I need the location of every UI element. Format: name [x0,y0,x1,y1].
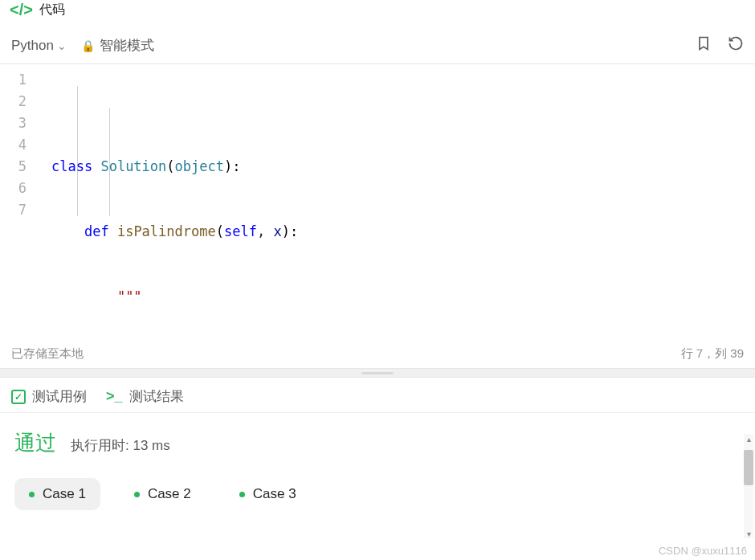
code-line[interactable]: """ [51,286,755,308]
case-tab-1[interactable]: Case 1 [14,478,100,510]
result-status: 通过 [14,429,56,457]
line-number: 7 [0,199,27,221]
reset-icon[interactable] [728,35,744,55]
indent-guide [77,86,78,216]
code-editor[interactable]: 1 2 3 4 5 6 7 class Solution(object): de… [0,64,755,339]
code-area[interactable]: class Solution(object): def isPalindrome… [42,64,755,339]
scroll-down-icon[interactable]: ▾ [744,529,753,538]
result-tabs: ✓ 测试用例 >_ 测试结果 [0,378,755,413]
case-label: Case 3 [253,486,296,502]
case-tab-3[interactable]: Case 3 [225,478,311,510]
tab-test-cases[interactable]: ✓ 测试用例 [11,387,87,406]
panel-title: 代码 [39,2,65,18]
terminal-icon: >_ [106,388,123,405]
line-gutter: 1 2 3 4 5 6 7 [0,64,42,339]
status-bar: 已存储至本地 行 7，列 39 [0,339,755,368]
case-label: Case 2 [148,486,191,502]
line-number: 5 [0,156,27,178]
mode-label: 智能模式 [100,36,154,55]
scroll-up-icon[interactable]: ▴ [744,434,753,444]
mode-indicator[interactable]: 🔒 智能模式 [81,36,154,55]
scrollbar-thumb[interactable] [744,450,753,485]
code-line[interactable]: def isPalindrome(self, x): [51,221,755,243]
cursor-position: 行 7，列 39 [681,346,744,362]
lock-icon: 🔒 [81,39,95,52]
result-panel: 通过 执行用时: 13 ms Case 1 Case 2 Case 3 [0,413,755,558]
code-icon: </> [10,1,33,19]
editor-toolbar: Python ⌄ 🔒 智能模式 [0,27,755,64]
tab-label: 测试结果 [129,387,184,406]
case-label: Case 1 [43,486,86,502]
line-number: 2 [0,91,27,112]
check-icon: ✓ [11,390,26,404]
tab-label: 测试用例 [32,387,87,406]
case-tab-2[interactable]: Case 2 [120,478,206,510]
status-dot-icon [239,492,245,497]
language-label: Python [11,38,54,54]
code-line[interactable]: class Solution(object): [51,156,755,178]
line-number: 6 [0,178,27,199]
status-dot-icon [134,492,140,497]
chevron-down-icon: ⌄ [57,39,67,52]
line-number: 4 [0,134,27,156]
line-number: 1 [0,69,27,91]
save-status: 已存储至本地 [11,346,84,362]
panel-divider[interactable] [0,368,755,378]
bookmark-icon[interactable] [696,35,712,55]
status-dot-icon [29,492,35,497]
tab-test-results[interactable]: >_ 测试结果 [106,387,184,406]
language-selector[interactable]: Python ⌄ [11,38,67,54]
watermark: CSDN @xuxu1116 [659,545,747,557]
line-number: 3 [0,112,27,134]
runtime-info: 执行用时: 13 ms [71,436,170,455]
